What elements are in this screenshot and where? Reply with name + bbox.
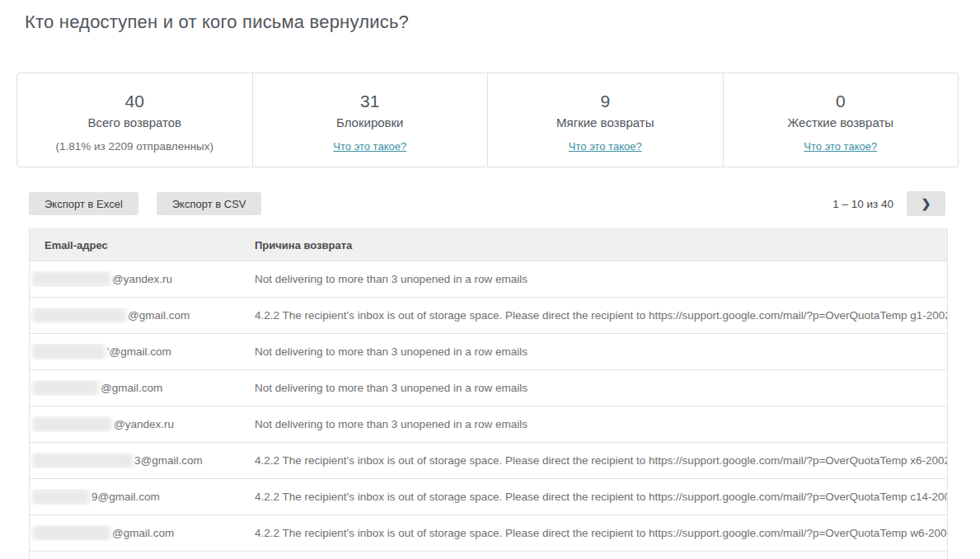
email-cell: '@gmail.com	[30, 344, 255, 359]
bounce-reason: Not delivering to more than 3 unopened i…	[255, 382, 947, 394]
column-header-reason: Причина возврата	[255, 239, 947, 251]
export-excel-button[interactable]: Экспорт в Excel	[29, 192, 138, 215]
bounce-reason: 4.2.2 The recipient's inbox is out of st…	[255, 527, 947, 539]
stat-sublabel: (1.81% из 2209 отправленных)	[17, 140, 252, 153]
stat-card-total-bounces: 40 Всего возвратов (1.81% из 2209 отправ…	[17, 73, 252, 167]
stat-value: 40	[17, 91, 252, 111]
stat-label: Всего возвратов	[17, 115, 252, 129]
export-csv-button[interactable]: Экспорт в CSV	[157, 192, 262, 215]
pagination-range: 1 – 10 из 40	[832, 198, 893, 210]
email-domain: @gmail.com	[98, 491, 160, 503]
email-domain: @gmail.com	[112, 527, 174, 539]
chevron-right-icon: ❯	[921, 197, 931, 210]
table-row: 9@gmail.com 4.2.2 The recipient's inbox …	[30, 478, 947, 514]
table-row: @yandex.ru Not delivering to more than 3…	[30, 261, 947, 297]
email-domain: @gmail.com	[141, 454, 203, 467]
bounce-reason: 4.2.2 The recipient's inbox is out of st…	[255, 491, 947, 503]
column-header-email: Email-адрес	[30, 239, 255, 251]
email-domain: @gmail.com	[110, 345, 171, 358]
what-is-this-link[interactable]: Что это такое?	[333, 140, 406, 153]
email-cell: 9@gmail.com	[30, 489, 255, 505]
email-fragment: 9	[91, 491, 98, 503]
page-title: Кто недоступен и от кого письма вернулис…	[25, 12, 409, 33]
bounce-reason: 4.2.2 The recipient's inbox is out of st…	[255, 454, 947, 467]
redacted-email-blur	[32, 380, 99, 396]
stat-value: 9	[488, 91, 723, 111]
stat-label: Жесткие возвраты	[724, 115, 959, 129]
bounce-reason: Not delivering to more than 3 unopened i…	[255, 345, 947, 358]
email-cell: 3@gmail.com	[30, 453, 255, 468]
next-page-button[interactable]: ❯	[907, 191, 945, 216]
stat-card-blocks: 31 Блокировки Что это такое?	[252, 73, 488, 167]
what-is-this-link[interactable]: Что это такое?	[804, 140, 877, 153]
table-row: @gmail.com Not delivering to more than 3…	[30, 369, 947, 406]
email-cell: @gmail.com	[30, 308, 255, 323]
redacted-email-blur	[32, 344, 106, 359]
email-cell: @gmail.com	[30, 525, 255, 541]
bounce-reason: 4.2.2 The recipient's inbox is out of st…	[255, 309, 947, 322]
email-domain: @gmail.com	[128, 309, 190, 322]
redacted-email-blur	[32, 453, 133, 468]
email-domain: @gmail.com	[101, 382, 162, 394]
stat-card-hard-bounces: 0 Жесткие возвраты Что это такое?	[723, 73, 959, 167]
bounce-table: Email-адрес Причина возврата @yandex.ru …	[29, 228, 948, 559]
redacted-email-blur	[32, 489, 90, 505]
table-row: @gmail.com 4.2.2 The recipient's inbox i…	[30, 514, 947, 551]
bounce-reason: Not delivering to more than 3 unopened i…	[255, 273, 947, 285]
table-row: @yandex.ru Not delivering to more than 3…	[30, 406, 947, 442]
redacted-email-blur	[32, 271, 110, 287]
table-row-partial	[30, 551, 947, 559]
table-row: '@gmail.com Not delivering to more than …	[30, 333, 947, 369]
bounce-reason: Not delivering to more than 3 unopened i…	[255, 418, 947, 430]
email-fragment: 3	[134, 454, 141, 467]
table-header: Email-адрес Причина возврата	[30, 229, 947, 261]
redacted-email-blur	[32, 308, 126, 323]
email-cell: @yandex.ru	[30, 416, 255, 432]
email-cell: @yandex.ru	[30, 271, 255, 287]
stat-value: 0	[724, 91, 959, 111]
email-domain: @yandex.ru	[114, 418, 174, 430]
stat-value: 31	[253, 91, 488, 111]
table-toolbar: Экспорт в Excel Экспорт в CSV 1 – 10 из …	[29, 190, 945, 217]
table-row: @gmail.com 4.2.2 The recipient's inbox i…	[30, 297, 947, 333]
table-row: 3@gmail.com 4.2.2 The recipient's inbox …	[30, 442, 947, 478]
stat-label: Мягкие возвраты	[488, 115, 723, 129]
what-is-this-link[interactable]: Что это такое?	[569, 140, 642, 153]
email-domain: @yandex.ru	[112, 273, 172, 285]
bounce-stats-strip: 40 Всего возвратов (1.81% из 2209 отправ…	[16, 73, 959, 167]
redacted-email-blur	[32, 416, 112, 432]
bounce-report-page: Кто недоступен и от кого письма вернулис…	[0, 0, 980, 559]
stat-label: Блокировки	[253, 115, 488, 129]
redacted-email-blur	[32, 525, 110, 541]
stat-card-soft-bounces: 9 Мягкие возвраты Что это такое?	[487, 73, 723, 167]
email-cell: @gmail.com	[30, 380, 255, 396]
